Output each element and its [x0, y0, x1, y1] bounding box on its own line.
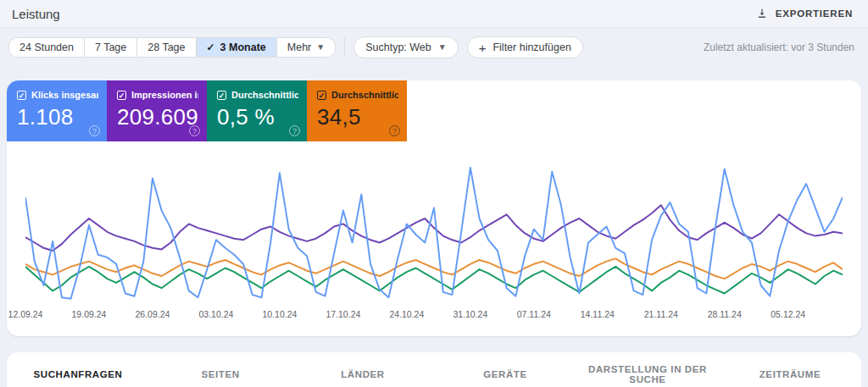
x-tick-label: 10.10.24	[262, 309, 297, 319]
tab-suchanfragen[interactable]: SUCHANFRAGEN	[7, 352, 149, 387]
range-label: 3 Monate	[220, 41, 266, 53]
range-label: Mehr	[287, 41, 311, 53]
range-button-3-monate[interactable]: ✓ 3 Monate	[197, 38, 277, 57]
metric-label: Impressionen ins...	[131, 90, 198, 100]
export-label: EXPORTIEREN	[776, 8, 853, 19]
range-button-mehr[interactable]: Mehr ▼	[277, 38, 335, 57]
dimension-tabs: SUCHANFRAGEN SEITEN LÄNDER GERÄTE DARSTE…	[7, 352, 861, 387]
download-icon	[756, 8, 768, 19]
checkbox-checked-icon[interactable]: ✓	[317, 91, 326, 100]
plus-icon: +	[479, 41, 487, 54]
x-tick-label: 12.09.24	[8, 309, 43, 319]
search-type-label: Suchtyp: Web	[365, 41, 431, 53]
metric-label: Klicks insgesamt	[31, 90, 98, 100]
x-tick-label: 03.10.24	[198, 309, 233, 319]
metric-label: Durchschnittliche ...	[231, 90, 298, 100]
range-button-7-tage[interactable]: 7 Tage	[85, 38, 137, 57]
check-icon: ✓	[207, 41, 215, 53]
chevron-down-icon: ▼	[316, 43, 325, 52]
checkbox-checked-icon[interactable]: ✓	[217, 91, 226, 100]
metric-value: 0,5 %	[217, 104, 298, 130]
checkbox-checked-icon[interactable]: ✓	[117, 91, 126, 100]
search-type-chip[interactable]: Suchtyp: Web ▼	[353, 36, 459, 58]
range-label: 24 Stunden	[19, 41, 74, 53]
tab-geraete[interactable]: GERÄTE	[434, 352, 576, 387]
x-tick-label: 05.12.24	[771, 309, 805, 319]
tab-darstellung-in-der-suche[interactable]: DARSTELLUNG IN DER SUCHE	[576, 352, 719, 387]
tab-laender[interactable]: LÄNDER	[292, 352, 434, 387]
date-range-group: 24 Stunden 7 Tage 28 Tage ✓ 3 Monate Meh…	[8, 37, 336, 58]
x-tick-label: 07.11.24	[517, 309, 551, 319]
metric-value: 1.108	[17, 104, 98, 130]
tab-zeitraeume[interactable]: ZEITRÄUME	[719, 352, 861, 387]
add-filter-chip[interactable]: + Filter hinzufügen	[467, 36, 583, 58]
metric-card-ctr[interactable]: ✓ Durchschnittliche ... 0,5 % ?	[207, 80, 307, 141]
x-tick-label: 28.11.24	[708, 309, 742, 319]
help-icon[interactable]: ?	[189, 125, 200, 136]
filter-toolbar: 24 Stunden 7 Tage 28 Tage ✓ 3 Monate Meh…	[0, 28, 868, 58]
x-tick-label: 26.09.24	[136, 309, 170, 319]
metric-card-position[interactable]: ✓ Durchschnittliche ... 34,5 ?	[307, 80, 407, 141]
x-tick-label: 21.11.24	[644, 309, 678, 319]
help-icon[interactable]: ?	[389, 125, 400, 136]
performance-panel: ✓ Klicks insgesamt 1.108 ? ✓ Impressione…	[7, 80, 861, 336]
checkbox-checked-icon[interactable]: ✓	[17, 91, 26, 100]
metric-card-clicks[interactable]: ✓ Klicks insgesamt 1.108 ?	[7, 80, 107, 141]
toolbar-divider	[344, 38, 345, 57]
metric-value: 34,5	[317, 104, 398, 130]
metric-label: Durchschnittliche ...	[331, 90, 398, 100]
export-button[interactable]: EXPORTIEREN	[754, 4, 854, 23]
range-label: 28 Tage	[147, 41, 185, 53]
help-icon[interactable]: ?	[89, 125, 100, 136]
chevron-down-icon: ▼	[438, 43, 447, 52]
metric-card-impressions[interactable]: ✓ Impressionen ins... 209.609 ?	[107, 80, 207, 141]
x-axis-labels: 12.09.2419.09.2426.09.2403.10.2410.10.24…	[25, 309, 843, 323]
last-updated-text: Zuletzt aktualisiert: vor 3 Stunden	[704, 41, 854, 53]
range-button-24-stunden[interactable]: 24 Stunden	[9, 38, 85, 57]
x-tick-label: 17.10.24	[326, 309, 360, 319]
help-icon[interactable]: ?	[289, 125, 300, 136]
range-button-28-tage[interactable]: 28 Tage	[137, 38, 196, 57]
metric-value: 209.609	[117, 104, 198, 130]
add-filter-label: Filter hinzufügen	[492, 41, 570, 53]
performance-chart[interactable]	[25, 161, 843, 309]
x-tick-label: 24.10.24	[389, 309, 424, 319]
x-tick-label: 19.09.24	[72, 309, 107, 319]
tab-seiten[interactable]: SEITEN	[149, 352, 292, 387]
x-tick-label: 14.11.24	[581, 309, 615, 319]
page-title: Leistung	[12, 7, 60, 21]
series-position	[25, 258, 843, 279]
top-bar: Leistung EXPORTIEREN	[0, 0, 868, 28]
range-label: 7 Tage	[95, 41, 126, 53]
metric-cards: ✓ Klicks insgesamt 1.108 ? ✓ Impressione…	[7, 80, 861, 141]
x-tick-label: 31.10.24	[453, 309, 487, 319]
